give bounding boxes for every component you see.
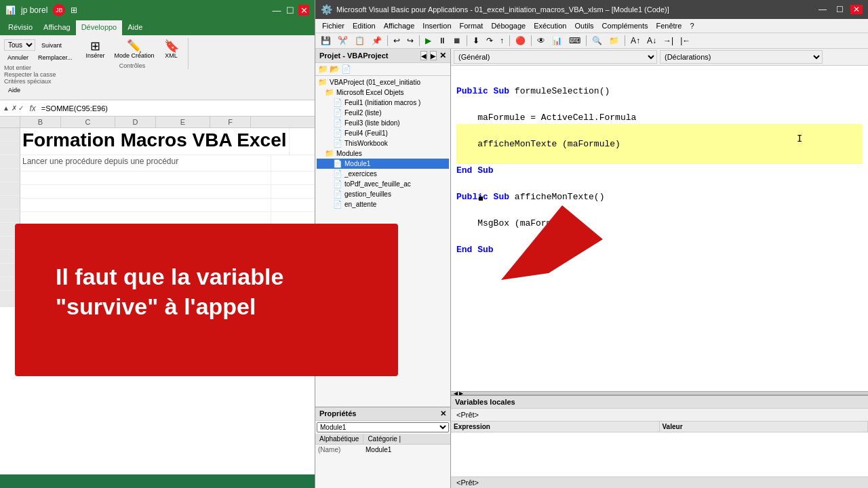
formula-value: =SOMME(C95:E96) [41, 104, 312, 113]
tab-alphabetique[interactable]: Alphabétique [315, 434, 363, 444]
toolbar-watch[interactable]: 👁 [534, 35, 548, 47]
vba-maximize-button[interactable]: ☐ [833, 5, 846, 14]
toolbar-pause[interactable]: ⏸ [435, 35, 449, 47]
project-nav-btn1[interactable]: ◀ [420, 51, 427, 60]
properties-object-select[interactable]: Module1 [317, 422, 449, 432]
tree-item-modules[interactable]: 📁 Modules [317, 148, 449, 159]
project-nav-btn2[interactable]: ▶ [430, 51, 437, 60]
col-valeur: Valeur [660, 422, 869, 432]
tree-item-en-attente[interactable]: 📄 en_attente [317, 199, 449, 209]
cell-4a [20, 185, 271, 198]
code-declarations-select[interactable]: (Déclarations) [660, 50, 823, 64]
svg-marker-0 [501, 205, 603, 280]
toolbar-sep4 [509, 35, 510, 46]
excel-titlebar-controls: — ☐ ✕ [271, 5, 309, 16]
properties-close-btn[interactable]: ✕ [440, 409, 446, 418]
cell-row-3 [20, 171, 315, 185]
toolbar-step-over[interactable]: ↷ [484, 35, 496, 47]
tree-item-feuil3[interactable]: 📄 Feuil3 (liste bidon) [317, 118, 449, 128]
row-header-2 [0, 142, 20, 155]
remplacer-button[interactable]: Remplacer... [35, 52, 76, 63]
tous-dropdown[interactable]: Tous [4, 39, 35, 51]
ribbon-content: Tous Suivant Annuler Remplacer... Mot en… [0, 35, 315, 100]
tree-modules-label: Modules [336, 150, 362, 157]
toolbar-step-into[interactable]: ⬇ [470, 35, 482, 47]
vba-minimize-button[interactable]: — [816, 5, 829, 14]
mode-creation-button[interactable]: ✏️ Mode Création [111, 38, 158, 61]
vba-close-button[interactable]: ✕ [850, 5, 863, 14]
toolbar-run[interactable]: ▶ [422, 35, 434, 47]
menu-edition[interactable]: Edition [349, 20, 380, 31]
menu-fenetre[interactable]: Fenêtre [652, 20, 686, 31]
menu-debogage[interactable]: Débogage [487, 20, 530, 31]
tree-gestion-icon: 📄 [333, 190, 342, 199]
tree-item-topdf[interactable]: 📄 toPdf_avec_feuille_ac [317, 179, 449, 189]
project-expand-icon[interactable]: 📂 [330, 64, 340, 74]
inserer-button[interactable]: ⊞ Insérer [83, 38, 108, 61]
tab-affichage[interactable]: Affichag [38, 20, 76, 35]
toolbar-font-small[interactable]: A↓ [644, 35, 659, 47]
menu-outils[interactable]: Outils [570, 20, 597, 31]
watch-area [451, 432, 868, 476]
toolbar-project[interactable]: 📁 [606, 35, 622, 47]
excel-close-button[interactable]: ✕ [298, 5, 309, 16]
toolbar-outdent[interactable]: |← [677, 35, 693, 47]
menu-format[interactable]: Format [456, 20, 488, 31]
suivant-button[interactable]: Suivant [38, 40, 65, 51]
menu-help[interactable]: ? [686, 20, 698, 31]
annuler-button[interactable]: Annuler [4, 52, 32, 63]
menu-execution[interactable]: Exécution [530, 20, 570, 31]
menu-insertion[interactable]: Insertion [418, 20, 455, 31]
remplacer-label: Remplacer... [38, 54, 73, 61]
toolbar-step-out[interactable]: ↑ [497, 35, 507, 47]
tab-developo[interactable]: Développo [76, 20, 123, 35]
red-overlay: Il faut que la variable "survive" à l'ap… [15, 224, 398, 376]
toolbar-immediate[interactable]: ⌨ [566, 35, 583, 47]
toolbar-breakpoint[interactable]: 🔴 [513, 35, 528, 47]
xml-button[interactable]: 🔖 XML [161, 38, 182, 61]
excel-minimize-button[interactable]: — [271, 5, 282, 16]
toolbar-paste[interactable]: 📌 [369, 35, 384, 47]
toolbar-stop[interactable]: ⏹ [450, 35, 464, 47]
toolbar-locals[interactable]: 📊 [549, 35, 565, 47]
menu-complements[interactable]: Compléments [598, 20, 652, 31]
project-module-icon[interactable]: 📄 [341, 64, 351, 74]
excel-ribbon: Révisio Affichag Développo Aide Tous Sui… [0, 20, 315, 100]
toolbar-copy[interactable]: 📋 [352, 35, 368, 47]
vba-toolbar: 💾 ✂️ 📋 📌 ↩ ↪ ▶ ⏸ ⏹ ⬇ ↷ ↑ 🔴 👁 📊 ⌨ 🔍 📁 A↑ … [315, 33, 868, 49]
cell-title: Formation Macros VBA Excel [20, 128, 290, 155]
toolbar-font-large[interactable]: A↑ [628, 35, 643, 47]
project-close-button[interactable]: ✕ [439, 51, 446, 60]
toolbar-object-browser[interactable]: 🔍 [589, 35, 605, 47]
tab-aide[interactable]: Aide [122, 20, 148, 35]
tree-feuil1-label: Feuil1 (Initiation macros ) [344, 99, 420, 106]
tab-categorie[interactable]: Catégorie | [363, 434, 405, 444]
tab-revision[interactable]: Révisio [3, 20, 38, 35]
excel-maximize-button[interactable]: ☐ [285, 5, 296, 16]
menu-affichage[interactable]: Affichage [380, 20, 419, 31]
tree-item-feuil2[interactable]: 📄 Feuil2 (liste) [317, 108, 449, 118]
menu-fichier[interactable]: Fichier [318, 20, 349, 31]
tree-feuil4-icon: 📄 [333, 129, 342, 138]
tree-item-root[interactable]: 📁 VBAProject (01_excel_initiatio [317, 77, 449, 87]
toolbar-undo[interactable]: ↩ [391, 35, 403, 47]
tree-attente-label: en_attente [344, 201, 376, 208]
tree-item-feuil1[interactable]: 📄 Feuil1 (Initiation macros ) [317, 98, 449, 108]
toolbar-redo[interactable]: ↪ [404, 35, 416, 47]
tree-item-module1[interactable]: 📄 Module1 [317, 159, 449, 169]
tree-item-gestion[interactable]: 📄 gestion_feuilles [317, 189, 449, 199]
tree-item-feuil4[interactable]: 📄 Feuil4 (Feuil1) [317, 128, 449, 138]
controles-group: ⊞ Insérer ✏️ Mode Création 🔖 XML Contrôl… [83, 38, 189, 69]
tree-item-exercices[interactable]: 📄 _exercices [317, 169, 449, 179]
vba-title-text: Microsoft Visual Basic pour Applications… [336, 5, 812, 14]
code-line-affiche: afficheMonTexte (maFormule) [456, 138, 863, 151]
code-general-select[interactable]: (Général) [454, 50, 657, 64]
tree-item-excel-objets[interactable]: 📁 Microsoft Excel Objets [317, 87, 449, 98]
project-folder-icon[interactable]: 📁 [318, 64, 328, 74]
tree-feuil2-label: Feuil2 (liste) [344, 109, 381, 117]
toolbar-save[interactable]: 💾 [318, 35, 334, 47]
toolbar-cut[interactable]: ✂️ [335, 35, 351, 47]
aide-button[interactable]: Aide [4, 85, 24, 96]
tree-item-thisworkbook[interactable]: 📄 ThisWorkbook [317, 138, 449, 148]
toolbar-indent[interactable]: →| [660, 35, 676, 47]
